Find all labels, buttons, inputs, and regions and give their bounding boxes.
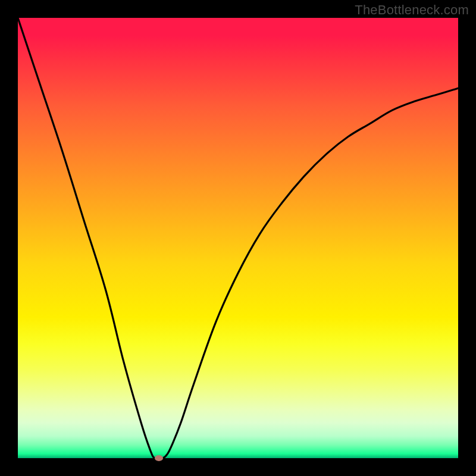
chart-frame: TheBottleneck.com [0, 0, 476, 476]
watermark-text: TheBottleneck.com [355, 2, 469, 18]
plot-area [18, 18, 458, 458]
bottleneck-curve [18, 18, 458, 458]
minimum-marker-icon [155, 455, 163, 461]
